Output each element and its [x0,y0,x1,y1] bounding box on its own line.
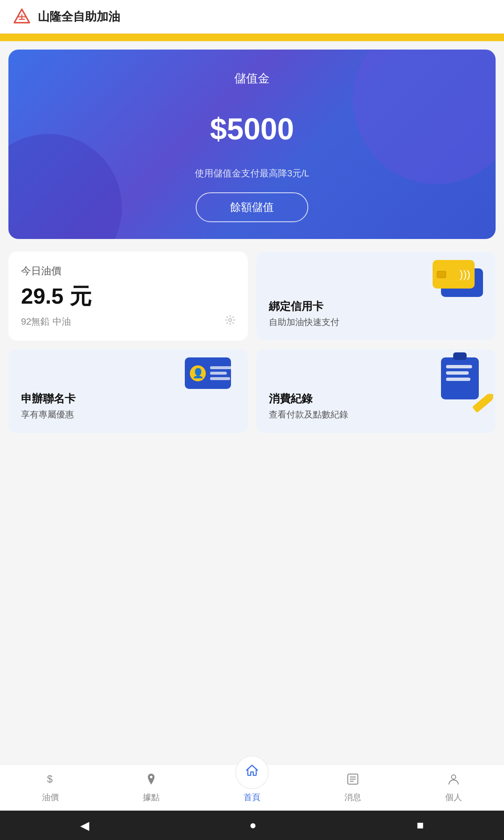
cards-grid-row2: 👤 申辦聯名卡 享有專屬優惠 [8,349,496,433]
nav-oil-label: 油價 [42,792,59,803]
cc-front: ))) [433,260,475,289]
nav-oil-price[interactable]: $ 油價 [0,768,101,807]
cc-chip [437,271,446,278]
membership-sub: 享有專屬優惠 [21,409,235,420]
record-clip [453,352,467,360]
main-content: 儲值金 $5000 使用儲值金支付最高降3元/L 餘額儲值 今日油價 29.5 … [0,41,504,840]
oil-price-value: 29.5 元 [21,282,235,311]
member-lines [210,366,232,380]
nav-home-label: 首頁 [244,792,260,803]
yellow-strip [0,34,504,41]
credit-card-feature[interactable]: ))) 綁定信用卡 自助加油快速支付 [256,252,496,341]
balance-label: 儲值金 [21,71,483,87]
nav-profile-label: 個人 [445,792,462,803]
android-recent-button[interactable]: ■ [417,819,424,832]
cc-waves-icon: ))) [459,268,470,281]
nav-points[interactable]: 據點 [101,768,202,807]
credit-card-sub: 自助加油快速支付 [269,316,483,328]
member-line-1 [210,366,232,369]
record-line-1 [446,365,472,368]
nav-points-label: 據點 [143,792,160,803]
records-sub: 查看付款及點數紀錄 [269,409,483,420]
balance-note: 使用儲值金支付最高降3元/L [21,167,483,180]
oil-price-sub: 92無鉛 中油 [21,315,235,328]
nav-home-btn[interactable] [235,756,269,789]
record-clipboard-body [441,357,479,399]
membership-icon-area: 👤 [185,357,239,399]
svg-text:$: $ [47,773,52,785]
android-back-button[interactable]: ◀ [80,819,89,832]
oil-price-card: 今日油價 29.5 元 92無鉛 中油 [8,252,248,341]
person-icon: 👤 [192,368,204,379]
svg-point-10 [452,775,456,779]
android-nav-bar: ◀ ● ■ [0,811,504,840]
android-home-button[interactable]: ● [249,819,257,832]
news-icon [346,772,360,789]
dollar-icon: $ [44,772,57,789]
membership-feature[interactable]: 👤 申辦聯名卡 享有專屬優惠 [8,349,248,433]
home-icon [244,763,260,782]
nav-news[interactable]: 消息 [302,768,403,807]
member-line-3 [210,377,230,380]
records-icon-area [441,357,487,404]
record-icon [441,357,487,404]
member-card-icon: 👤 [185,357,239,399]
member-line-2 [210,372,227,375]
settings-icon[interactable] [224,314,236,329]
bottom-nav: $ 油價 據點 首頁 [0,764,504,811]
balance-amount: $5000 [21,112,483,146]
oil-price-label: 今日油價 [21,264,235,278]
balance-card: 儲值金 $5000 使用儲值金支付最高降3元/L 餘額儲值 [8,50,496,239]
location-icon [144,772,158,789]
top-bar: 山隆全自助加油 [0,0,504,34]
member-avatar: 👤 [190,365,206,381]
credit-card-icon-area: ))) [433,260,487,302]
nav-home[interactable]: 首頁 [202,768,302,807]
record-line-2 [446,371,469,375]
record-line-3 [446,378,470,381]
top-up-button[interactable]: 餘額儲值 [196,192,308,222]
nav-profile[interactable]: 個人 [403,768,504,807]
person-nav-icon [447,772,460,789]
app-logo-icon [13,8,31,26]
nav-news-label: 消息 [344,792,361,803]
member-card-body: 👤 [185,357,231,389]
cards-grid-row1: 今日油價 29.5 元 92無鉛 中油 ))) [8,252,496,341]
svg-point-4 [229,319,232,322]
app-title: 山隆全自助加油 [38,9,120,25]
records-feature[interactable]: 消費紀錄 查看付款及點數紀錄 [256,349,496,433]
credit-card-icon: ))) [433,260,487,302]
